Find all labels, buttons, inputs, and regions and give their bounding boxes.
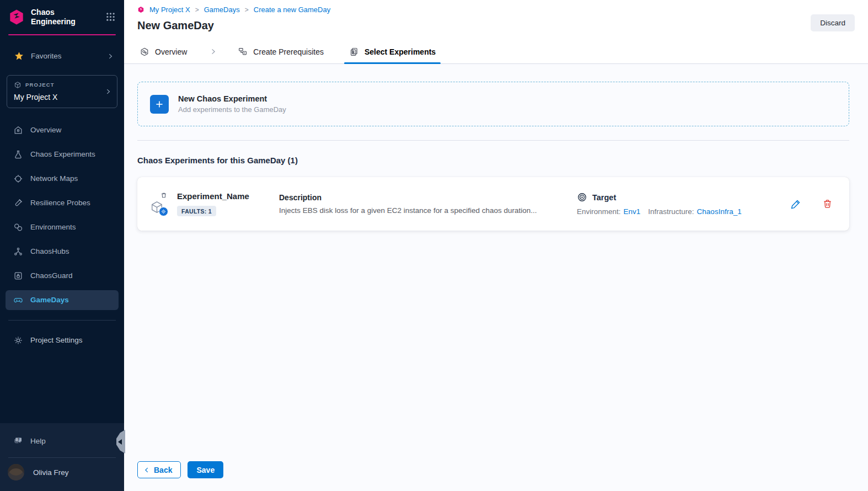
app-title: Chaos Engineering xyxy=(31,8,76,26)
avatar xyxy=(8,464,24,481)
sidebar: Chaos Engineering Favorites P xyxy=(0,0,124,491)
content-area: New Chaos Experiment Add experiments to … xyxy=(124,64,868,491)
sidebar-header: Chaos Engineering xyxy=(0,0,124,32)
prerequisites-tab-icon xyxy=(238,47,248,57)
project-cube-icon xyxy=(14,81,22,89)
breadcrumb-separator: > xyxy=(195,6,199,14)
sidebar-footer: ? Help Olivia Frey xyxy=(0,423,124,491)
target-icon xyxy=(577,192,587,202)
back-button[interactable]: Back xyxy=(137,461,181,478)
tab-spacer xyxy=(326,40,347,63)
experiments-section-heading: Chaos Experiments for this GameDay (1) xyxy=(137,156,855,165)
breadcrumb-link-project[interactable]: My Project X xyxy=(149,6,190,14)
favorites-label: Favorites xyxy=(31,52,62,60)
experiment-target-column: Target Environment: Env1 Infrastructure:… xyxy=(577,192,789,216)
user-name: Olivia Frey xyxy=(33,468,69,477)
main-area: My Project X > GameDays > Create a new G… xyxy=(124,0,868,491)
tab-chevron-icon xyxy=(209,40,217,63)
experiments-tab-icon xyxy=(349,47,359,57)
description-text: Injects EBS disk loss for a given EC2 in… xyxy=(279,206,538,215)
breadcrumb-link-gamedays[interactable]: GameDays xyxy=(204,6,240,14)
experiment-card[interactable]: Experiment_Name FAULTS: 1 Description In… xyxy=(137,177,849,231)
sidebar-item-resilience-probes[interactable]: Resilience Probes xyxy=(6,193,119,213)
sidebar-item-overview[interactable]: Overview xyxy=(6,120,119,140)
brand-divider xyxy=(8,34,116,35)
tab-label: Overview xyxy=(155,47,187,56)
sidebar-item-network-maps[interactable]: Network Maps xyxy=(6,169,119,189)
gear-icon xyxy=(13,335,23,345)
sidebar-divider xyxy=(8,320,116,321)
chevron-left-icon xyxy=(143,466,151,474)
page-header: My Project X > GameDays > Create a new G… xyxy=(124,0,868,40)
new-experiment-subtitle: Add experiments to the GameDay xyxy=(178,105,286,114)
help-icon: ? xyxy=(13,436,23,446)
gear-badge-icon xyxy=(159,207,168,216)
module-grid-icon[interactable] xyxy=(106,12,115,22)
experiment-name: Experiment_Name xyxy=(177,191,279,201)
project-selector[interactable]: PROJECT My Project X xyxy=(7,75,117,108)
tab-label: Select Experiments xyxy=(365,47,436,56)
discard-button[interactable]: Discard xyxy=(811,14,855,31)
footer-divider xyxy=(8,457,116,458)
svg-text:?: ? xyxy=(18,437,20,441)
collapse-sidebar-icon xyxy=(118,439,122,445)
tab-select-experiments[interactable]: Select Experiments xyxy=(347,40,438,63)
tab-create-prerequisites[interactable]: Create Prerequisites xyxy=(235,40,326,63)
new-experiment-text: New Chaos Experiment Add experiments to … xyxy=(178,94,286,114)
experiment-name-column: Experiment_Name FAULTS: 1 xyxy=(177,191,279,216)
breadcrumb-separator: > xyxy=(245,6,249,14)
breadcrumb: My Project X > GameDays > Create a new G… xyxy=(137,6,855,14)
sidebar-item-chaoshubs[interactable]: ChaosHubs xyxy=(6,242,119,261)
sidebar-item-chaos-experiments[interactable]: Chaos Experiments xyxy=(6,145,119,164)
help-button[interactable]: ? Help xyxy=(13,431,124,451)
harness-logo xyxy=(8,8,25,26)
save-button[interactable]: Save xyxy=(187,461,223,478)
project-name: My Project X xyxy=(14,93,110,102)
plus-icon xyxy=(150,95,169,114)
edit-experiment-button[interactable] xyxy=(789,198,802,211)
experiment-type-icon xyxy=(149,192,177,216)
tab-overview[interactable]: Overview xyxy=(137,40,189,63)
tab-label: Create Prerequisites xyxy=(253,47,324,56)
page-title: New GameDay xyxy=(137,19,855,32)
new-experiment-title: New Chaos Experiment xyxy=(178,94,286,103)
sidebar-item-environments[interactable]: Environments xyxy=(6,217,119,237)
overview-tab-icon xyxy=(140,47,149,57)
help-label: Help xyxy=(30,437,46,445)
delete-experiment-button[interactable] xyxy=(821,198,834,210)
infrastructure-label: Infrastructure: xyxy=(648,207,694,216)
sidebar-item-gamedays[interactable]: GameDays xyxy=(6,290,119,310)
delete-trash-icon xyxy=(822,199,833,209)
mini-trash-icon xyxy=(160,192,167,199)
environment-label: Environment: xyxy=(577,207,621,216)
infrastructure-link[interactable]: ChaosInfra_1 xyxy=(697,207,742,216)
chevron-right-icon xyxy=(106,52,114,60)
faults-badge: FAULTS: 1 xyxy=(177,206,216,216)
sidebar-item-chaosguard[interactable]: ChaosGuard xyxy=(6,266,119,286)
description-label: Description xyxy=(279,193,560,202)
breadcrumb-logo-icon xyxy=(137,6,144,13)
back-label: Back xyxy=(154,466,172,474)
experiment-description-column: Description Injects EBS disk loss for a … xyxy=(279,193,577,215)
chevron-right-icon xyxy=(104,88,112,95)
favorites-star-icon xyxy=(14,51,24,61)
user-profile[interactable]: Olivia Frey xyxy=(8,464,124,481)
content-divider xyxy=(137,140,849,141)
sidebar-menu: Overview Chaos Experiments Network Maps … xyxy=(6,120,119,310)
wizard-footer-buttons: Back Save xyxy=(137,461,223,478)
sidebar-favorites[interactable]: Favorites xyxy=(14,46,114,66)
target-label: Target xyxy=(592,193,616,202)
sidebar-item-project-settings[interactable]: Project Settings xyxy=(0,330,124,350)
breadcrumb-link-current[interactable]: Create a new GameDay xyxy=(254,6,330,14)
project-eyebrow-label: PROJECT xyxy=(25,82,55,88)
experiment-actions xyxy=(789,198,834,211)
edit-pencil-icon xyxy=(790,199,801,210)
environment-link[interactable]: Env1 xyxy=(624,207,641,216)
new-chaos-experiment-button[interactable]: New Chaos Experiment Add experiments to … xyxy=(137,82,849,126)
wizard-tab-bar: Overview Create Prerequisites xyxy=(124,40,868,64)
